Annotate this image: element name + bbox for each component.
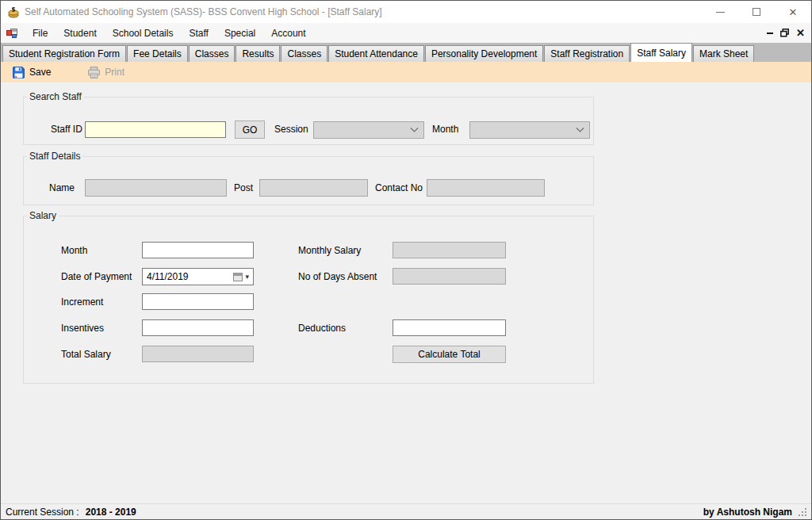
tab-student-registration-form[interactable]: Student Registration Form — [2, 45, 126, 62]
contact-no-label: Contact No — [375, 180, 423, 197]
current-session-label: Current Session : — [6, 507, 79, 518]
menu-student[interactable]: Student — [56, 25, 104, 42]
staff-id-label: Staff ID — [51, 121, 82, 138]
window-controls: ✕ — [702, 1, 811, 23]
total-salary-input — [142, 346, 254, 362]
salary-group-title: Salary — [27, 210, 59, 221]
tab-personality-development[interactable]: Personality Development — [425, 45, 543, 62]
maximize-icon — [753, 8, 760, 16]
status-bar: Current Session : 2018 - 2019 by Ashutos… — [1, 503, 811, 519]
current-session-value: 2018 - 2019 — [86, 507, 136, 518]
search-staff-group-title: Search Staff — [27, 91, 84, 102]
menu-staff[interactable]: Staff — [181, 25, 216, 42]
total-salary-label: Total Salary — [61, 346, 111, 363]
staff-id-input[interactable] — [85, 121, 226, 138]
close-icon: ✕ — [789, 7, 798, 17]
post-input — [259, 179, 368, 197]
calculate-total-button[interactable]: Calculate Total — [393, 346, 506, 363]
date-of-payment-label: Date of Payment — [61, 269, 132, 285]
menu-account[interactable]: Account — [263, 25, 313, 42]
print-icon — [87, 66, 101, 79]
monthly-salary-input — [393, 242, 506, 258]
increment-label: Increment — [61, 294, 103, 311]
chevron-down-icon — [576, 124, 584, 132]
tab-strip: Student Registration Form Fee Details Cl… — [1, 43, 811, 62]
window-title: Self Automated Schooling System (SASS)- … — [25, 6, 382, 17]
calendar-icon — [233, 273, 243, 281]
tab-classes-2[interactable]: Classes — [281, 45, 327, 62]
menu-special[interactable]: Special — [216, 25, 263, 42]
save-floppy-icon — [12, 66, 25, 79]
monthly-salary-label: Monthly Salary — [298, 243, 361, 259]
tab-student-attendance[interactable]: Student Attendance — [328, 45, 424, 62]
no-of-days-absent-input — [393, 268, 506, 285]
toolbar: Save Print — [1, 62, 811, 82]
save-button[interactable]: Save — [7, 64, 56, 81]
no-of-days-absent-label: No of Days Absent — [298, 269, 377, 285]
insentives-input[interactable] — [142, 319, 254, 336]
increment-input[interactable] — [142, 293, 254, 310]
date-of-payment-picker[interactable]: 4/11/2019 ▾ — [142, 268, 254, 285]
title-bar: Self Automated Schooling System (SASS)- … — [1, 1, 811, 23]
deductions-label: Deductions — [298, 320, 346, 337]
mdi-close-icon: ✕ — [796, 28, 805, 38]
minimize-icon — [716, 12, 725, 13]
maximize-button[interactable] — [738, 1, 775, 23]
tab-fee-details[interactable]: Fee Details — [127, 45, 188, 62]
name-input — [85, 179, 227, 197]
minimize-button[interactable] — [702, 1, 738, 23]
mdi-restore-icon — [780, 29, 789, 37]
go-button[interactable]: GO — [235, 120, 265, 139]
date-of-payment-value: 4/11/2019 — [147, 271, 233, 282]
staff-details-group: Staff Details Name Post Contact No — [23, 151, 594, 205]
print-button-label: Print — [105, 67, 124, 78]
app-money-icon — [7, 6, 20, 18]
salary-group: Salary Month Monthly Salary Date of Paym… — [23, 210, 594, 384]
staff-salary-form: Search Staff Staff ID GO Session Month S… — [1, 82, 811, 503]
month-select[interactable] — [469, 121, 590, 139]
save-button-label: Save — [29, 67, 51, 78]
tab-classes-1[interactable]: Classes — [189, 45, 236, 62]
form-icon — [6, 27, 18, 40]
session-label: Session — [274, 121, 308, 138]
insentives-label: Insentives — [61, 320, 104, 337]
dropdown-arrow-icon: ▾ — [245, 273, 249, 281]
menu-school-details[interactable]: School Details — [105, 25, 182, 42]
tab-results[interactable]: Results — [236, 45, 280, 62]
menu-bar: File Student School Details Staff Specia… — [1, 23, 811, 43]
session-select[interactable] — [313, 121, 424, 139]
salary-month-label: Month — [61, 243, 87, 259]
post-label: Post — [234, 180, 253, 197]
resize-grip[interactable] — [799, 508, 806, 516]
search-staff-group: Search Staff Staff ID GO Session Month — [23, 91, 594, 145]
month-filter-label: Month — [432, 121, 458, 138]
chevron-down-icon — [411, 124, 419, 132]
mdi-minimize-icon — [767, 32, 773, 34]
contact-no-input — [427, 179, 545, 197]
deductions-input[interactable] — [393, 319, 506, 336]
tab-mark-sheet[interactable]: Mark Sheet — [693, 45, 754, 62]
salary-month-input[interactable] — [142, 242, 254, 258]
app-window: Self Automated Schooling System (SASS)- … — [0, 0, 812, 520]
mdi-window-controls: ✕ — [767, 28, 811, 39]
staff-details-group-title: Staff Details — [27, 151, 82, 162]
name-label: Name — [49, 180, 75, 197]
close-button[interactable]: ✕ — [775, 1, 811, 23]
menu-file[interactable]: File — [25, 25, 56, 42]
mdi-close-button[interactable]: ✕ — [796, 28, 805, 39]
author-credit: by Ashutosh Nigam — [703, 507, 792, 518]
tab-staff-registration[interactable]: Staff Registration — [544, 45, 630, 62]
tab-staff-salary[interactable]: Staff Salary — [630, 43, 692, 62]
mdi-restore-button[interactable] — [780, 28, 789, 39]
print-button[interactable]: Print — [82, 64, 129, 81]
mdi-minimize-button[interactable] — [767, 28, 773, 39]
